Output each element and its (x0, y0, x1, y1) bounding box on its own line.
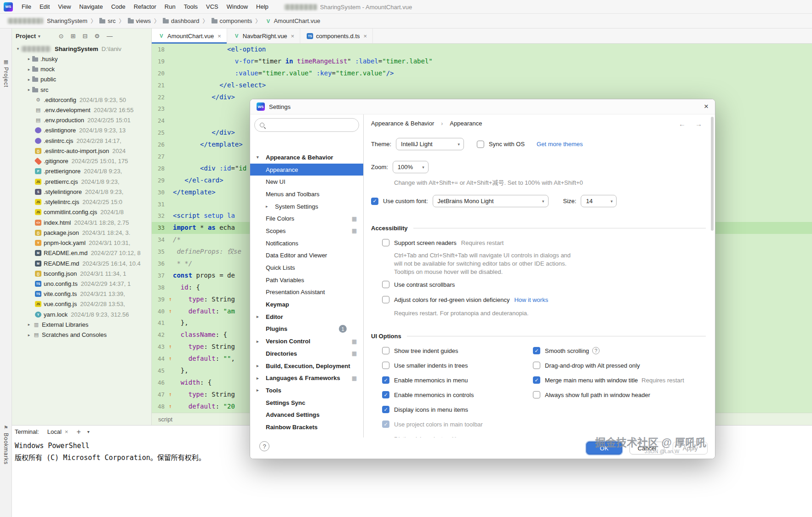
help-icon[interactable]: ? (259, 441, 269, 451)
tree-item--eslintignore[interactable]: .eslintignore2024/1/8 9:23, 13 (12, 125, 151, 136)
gutter-annotation-icon[interactable]: ↑ (169, 294, 172, 306)
tree-item-yarn-lock[interactable]: Yyarn.lock2024/1/8 9:23, 312.56 (12, 309, 151, 319)
tree-item-readme-en-md[interactable]: MREADME.en.md2024/2/27 10:12, 8 (12, 248, 151, 258)
settings-nav-keymap[interactable]: Keymap (250, 298, 363, 311)
tree-item--prettierignore[interactable]: P.prettierignore2024/1/8 9:23, (12, 166, 151, 176)
project-view-selector[interactable]: Project ▾ (16, 33, 40, 40)
settings-nav-scopes[interactable]: Scopes▦ (250, 225, 363, 237)
tree-item-src[interactable]: ▸src (12, 85, 151, 95)
chevron-right-icon[interactable]: ▸ (257, 388, 266, 392)
settings-nav-rainbow-brackets[interactable]: Rainbow Brackets (250, 421, 363, 433)
tree-item-external-libraries[interactable]: ▸▥External Libraries (12, 319, 151, 330)
settings-nav-file-colors[interactable]: File Colors▦ (250, 212, 363, 225)
checkbox[interactable]: ✓ (382, 406, 389, 413)
terminal-tab-local[interactable]: Local × (46, 428, 70, 435)
expand-all-icon[interactable]: ⊞ (71, 33, 76, 40)
chevron-right-icon[interactable]: ▸ (266, 204, 275, 209)
menu-view[interactable]: View (54, 0, 75, 14)
tree-item-vite-config-ts[interactable]: TSvite.config.ts2024/3/21 13:39, (12, 289, 151, 299)
tree-item--editorconfig[interactable]: ⚙.editorconfig2024/1/8 9:23, 50 (12, 95, 151, 105)
editor-tab-navbarright-vue[interactable]: VNavbarRight.vue× (227, 28, 300, 43)
cancel-button[interactable]: Cancel (629, 442, 664, 455)
breadcrumb-item-dashboard[interactable]: dashboard (163, 17, 199, 24)
gutter-annotation-icon[interactable]: ↑ (169, 389, 172, 401)
chevron-right-icon[interactable]: ▸ (26, 333, 32, 337)
forward-arrow-icon[interactable]: → (695, 120, 702, 128)
tree-item-uno-config-ts[interactable]: TSuno.config.ts2024/2/29 14:37, 1 (12, 278, 151, 289)
chevron-down-icon[interactable]: ▾ (257, 155, 266, 159)
menu-file[interactable]: File (17, 0, 35, 14)
terminal-dropdown-icon[interactable]: ▾ (87, 429, 90, 434)
tree-item--husky[interactable]: ▸.husky (12, 54, 151, 64)
apply-button[interactable]: Apply (673, 442, 708, 455)
checkbox[interactable]: ✓ (382, 391, 389, 398)
tree-item-tsconfig-json[interactable]: {}tsconfig.json2024/3/1 11:34, 1 (12, 268, 151, 278)
tree-item-pnpm-lock-yaml[interactable]: Ypnpm-lock.yaml2024/3/1 10:31, (12, 238, 151, 248)
tool-window-project-stripe[interactable]: ▦ Project (0, 59, 12, 87)
code-line[interactable]: 21 </el-select> (152, 80, 812, 91)
menu-edit[interactable]: Edit (35, 0, 54, 14)
checkbox[interactable]: ✓ (382, 376, 389, 384)
settings-nav-appearance-behavior[interactable]: ▾Appearance & Behavior (250, 151, 363, 164)
settings-nav-presentation-assistant[interactable]: Presentation Assistant (250, 286, 363, 299)
sync-with-os-checkbox[interactable] (477, 141, 484, 148)
chevron-right-icon[interactable]: ▸ (257, 364, 266, 368)
tree-item--prettierrc-cjs[interactable]: JS.prettierrc.cjs2024/1/8 9:23, (12, 176, 151, 187)
code-line[interactable]: 19 v-for="timer in timeRangeList" :label… (152, 56, 812, 68)
breadcrumb-item-amountchart-vue[interactable]: VAmountChart.vue (264, 17, 320, 24)
hide-panel-icon[interactable]: — (107, 33, 113, 40)
menu-navigate[interactable]: Navigate (75, 0, 107, 14)
chevron-right-icon[interactable]: ▸ (26, 87, 32, 92)
tree-item-readme-md[interactable]: MREADME.md2024/3/25 16:14, 10.4 (12, 258, 151, 268)
chevron-right-icon[interactable]: ▸ (257, 376, 266, 381)
settings-nav-plugins[interactable]: Plugins1 (250, 323, 363, 335)
font-select[interactable]: JetBrains Mono Light ▾ (433, 195, 549, 207)
settings-nav-tools[interactable]: ▸Tools (250, 384, 363, 397)
tree-item-index-html[interactable]: <>index.html2024/3/1 18:28, 2.75 (12, 217, 151, 227)
gutter-annotation-icon[interactable]: ↑ (169, 306, 172, 318)
zoom-select[interactable]: 100% ▾ (393, 161, 429, 173)
settings-nav-directories[interactable]: Directories▦ (250, 347, 363, 360)
gutter-annotation-icon[interactable]: ↑ (169, 353, 172, 365)
redgreen-colors-checkbox[interactable] (382, 296, 389, 303)
settings-nav-settings-sync[interactable]: Settings Sync (250, 397, 363, 409)
editor-breadcrumb-script[interactable]: script (158, 416, 172, 423)
menu-help[interactable]: Help (252, 0, 273, 14)
menu-refactor[interactable]: Refactor (130, 0, 160, 14)
tree-item-mock[interactable]: ▸mock (12, 64, 151, 74)
checkbox[interactable] (533, 391, 540, 398)
tree-item--gitignore[interactable]: .gitignore2024/2/25 15:01, 175 (12, 156, 151, 166)
checkbox[interactable]: ✓ (533, 347, 540, 354)
tree-item--env-development[interactable]: ▤.env.development2024/3/2 16:55 (12, 105, 151, 115)
settings-nav-languages-frameworks[interactable]: ▸Languages & Frameworks▦ (250, 372, 363, 384)
collapse-all-icon[interactable]: ⊟ (82, 33, 87, 40)
chevron-right-icon[interactable]: ▸ (26, 57, 32, 61)
support-screen-readers-checkbox[interactable] (382, 239, 389, 246)
back-arrow-icon[interactable]: ← (679, 120, 686, 128)
settings-nav-build-execution-deployment[interactable]: ▸Build, Execution, Deployment (250, 360, 363, 372)
get-more-themes-link[interactable]: Get more themes (537, 141, 583, 148)
gear-icon[interactable]: ⚙ (94, 33, 100, 40)
close-tab-icon[interactable]: × (364, 33, 367, 40)
settings-nav-version-control[interactable]: ▸Version Control▦ (250, 335, 363, 347)
tree-item-scratches-and-consoles[interactable]: ▸▤Scratches and Consoles (12, 330, 151, 340)
menu-run[interactable]: Run (160, 0, 180, 14)
chevron-down-icon[interactable]: ▾ (15, 46, 21, 51)
menu-window[interactable]: Window (223, 0, 252, 14)
checkbox[interactable] (382, 347, 389, 354)
tree-item-commitlint-config-cjs[interactable]: JScommitlint.config.cjs2024/1/8 (12, 207, 151, 217)
tree-item--stylelintrc-cjs[interactable]: JS.stylelintrc.cjs2024/2/25 15:0 (12, 197, 151, 207)
tool-window-bookmarks-stripe[interactable]: ⚑ Bookmarks (0, 425, 12, 465)
how-it-works-link[interactable]: How it works (514, 296, 548, 303)
checkbox[interactable] (382, 362, 389, 369)
close-icon[interactable]: × (704, 102, 709, 111)
gutter-annotation-icon[interactable]: ↑ (169, 341, 172, 353)
settings-nav-system-settings[interactable]: ▸System Settings (250, 200, 363, 213)
theme-select[interactable]: IntelliJ Light ▾ (396, 138, 464, 150)
breadcrumb-item-components[interactable]: components (212, 17, 252, 24)
gutter-annotation-icon[interactable]: ↑ (169, 401, 172, 413)
close-tab-icon[interactable]: × (217, 33, 221, 40)
settings-nav-appearance[interactable]: Appearance (250, 164, 363, 176)
help-icon[interactable]: ? (592, 347, 600, 354)
settings-nav-new-ui[interactable]: New UI (250, 176, 363, 188)
